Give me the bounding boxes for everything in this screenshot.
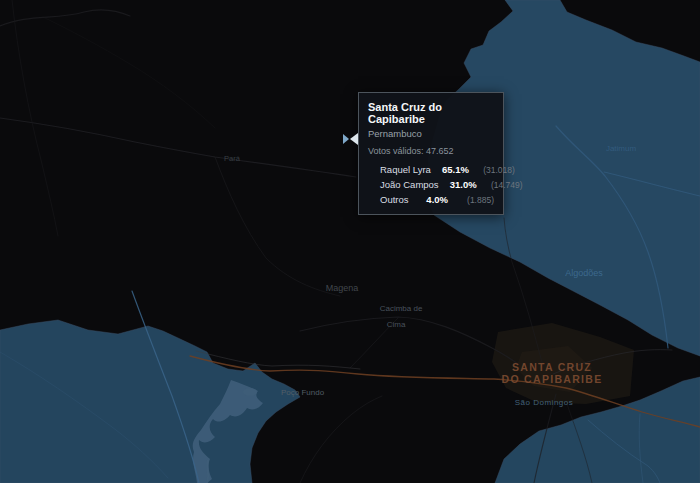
map-place-label: Cacimba de <box>380 304 423 313</box>
candidate-votes: (1.885) <box>453 195 494 205</box>
candidate-row: Outros 4.0% (1.885) <box>368 194 494 205</box>
map-place-label: Cima <box>387 320 406 329</box>
tooltip-title: Santa Cruz do Capibaribe <box>368 101 494 125</box>
candidate-percent: 4.0% <box>415 194 448 205</box>
candidate-percent: 65.1% <box>436 164 469 175</box>
map-place-label: Algodões <box>565 268 603 278</box>
candidate-votes: (14.749) <box>482 180 523 190</box>
election-map-stage: SANTA CRUZ DO CAPIBARIBE ParáMagenaCacim… <box>0 0 700 483</box>
pointer-left-triangle-icon <box>350 133 358 145</box>
map-place-label: Poço Fundo <box>281 388 325 397</box>
city-label-line1: SANTA CRUZ <box>512 361 592 373</box>
map-place-label: Magena <box>326 283 359 293</box>
candidate-name: Raquel Lyra <box>380 164 431 175</box>
map-place-label: Pará <box>224 154 241 163</box>
candidate-name: João Campos <box>380 179 439 190</box>
candidate-rows: Raquel Lyra 65.1% (31.018) João Campos 3… <box>368 164 494 205</box>
map-place-label: Jatimum <box>606 144 637 153</box>
candidate-row: João Campos 31.0% (14.749) <box>368 179 494 190</box>
city-label-line2: DO CAPIBARIBE <box>502 373 603 385</box>
tooltip-card: Santa Cruz do Capibaribe Pernambuco Voto… <box>358 92 504 215</box>
candidate-votes: (31.018) <box>474 165 515 175</box>
candidate-color-dot <box>368 181 375 188</box>
candidate-color-dot <box>368 196 375 203</box>
candidate-color-dot <box>368 166 375 173</box>
candidate-row: Raquel Lyra 65.1% (31.018) <box>368 164 494 175</box>
pointer-right-triangle-icon <box>343 134 349 144</box>
candidate-name: Outros <box>380 194 410 205</box>
tooltip-pointer-icon <box>343 133 358 145</box>
election-map[interactable]: SANTA CRUZ DO CAPIBARIBE ParáMagenaCacim… <box>0 0 700 483</box>
tooltip-valid-votes: Votos válidos: 47.652 <box>368 146 494 156</box>
candidate-percent: 31.0% <box>444 179 477 190</box>
tooltip-region: Pernambuco <box>368 129 494 139</box>
map-place-label: São Domingos <box>515 398 573 407</box>
